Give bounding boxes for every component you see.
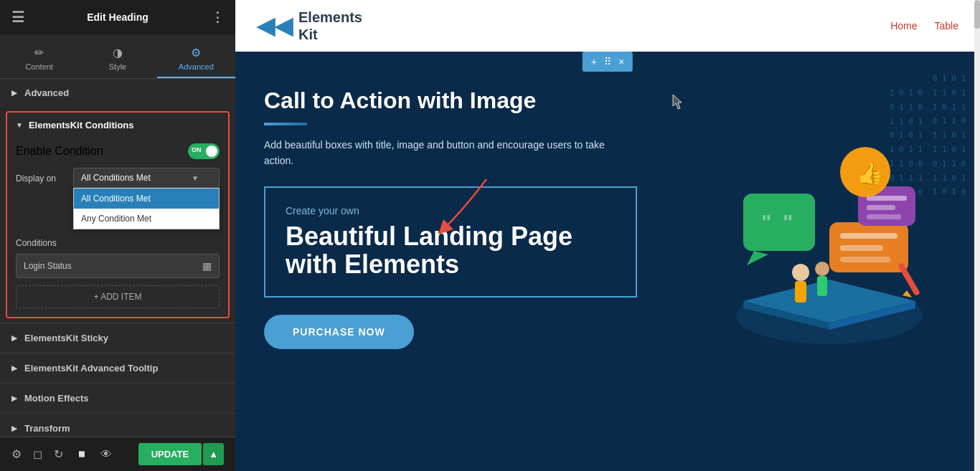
conditions-section: ▼ ElementsKit Conditions Enable Conditio… — [6, 111, 230, 318]
elementskit-sticky-section[interactable]: ▶ ElementsKit Sticky — [0, 323, 235, 353]
enable-condition-toggle[interactable]: ON — [188, 143, 220, 159]
grid-icon[interactable]: ⋮ — [211, 9, 224, 25]
svg-rect-17 — [817, 276, 827, 296]
left-panel: ☰ Edit Heading ⋮ ✏ Content ◑ Style ⚙ Adv… — [0, 0, 235, 471]
display-on-value: All Conditions Met — [81, 173, 151, 183]
settings-icon[interactable]: ⚙ — [11, 447, 22, 461]
advanced-icon: ⚙ — [191, 46, 201, 60]
display-on-label: Display on — [16, 168, 73, 184]
svg-rect-6 — [840, 245, 883, 251]
advanced-section[interactable]: ▶ Advanced — [0, 79, 235, 107]
advanced-section-label: Advanced — [24, 87, 69, 98]
logo-area: ◀◀ Elements Kit — [257, 9, 362, 43]
scrollbar-thumb[interactable] — [974, 0, 980, 29]
transform-arrow-icon: ▶ — [11, 424, 17, 432]
purchase-button[interactable]: PURCHASE NOW — [264, 315, 414, 349]
svg-rect-18 — [897, 262, 920, 296]
svg-rect-1 — [743, 194, 815, 251]
nav-links: Home Table — [890, 20, 958, 32]
tab-style[interactable]: ◑ Style — [78, 40, 156, 78]
logo-icon: ◀◀ — [257, 14, 293, 37]
conditions-label-row: Conditions — [16, 238, 220, 248]
motion-effects-section[interactable]: ▶ Motion Effects — [0, 383, 235, 413]
motion-label: Motion Effects — [24, 393, 89, 404]
svg-text:👍: 👍 — [857, 161, 884, 186]
content-icon: ✏ — [34, 46, 44, 60]
sticky-arrow-icon: ▶ — [11, 334, 17, 342]
toolbar-plus-icon: + — [591, 56, 597, 67]
svg-point-16 — [815, 262, 829, 276]
update-button[interactable]: UPDATE — [138, 443, 202, 465]
transform-label: Transform — [24, 423, 70, 434]
landing-box: Create your own Beautiful Landing Pagewi… — [264, 186, 637, 298]
bottom-bar: ⚙ ◻ ↻ ◽ 👁 UPDATE ▲ — [0, 437, 235, 471]
tab-content[interactable]: ✏ Content — [0, 40, 78, 78]
enable-condition-row: Enable Condition ON — [16, 143, 220, 159]
right-scrollbar[interactable] — [974, 0, 980, 471]
hero-divider — [264, 123, 307, 125]
toolbar-close-button[interactable]: × — [616, 54, 627, 69]
sticky-label: ElementsKit Sticky — [24, 333, 108, 343]
update-arrow-button[interactable]: ▲ — [203, 443, 224, 465]
svg-rect-5 — [840, 233, 897, 239]
motion-arrow-icon: ▶ — [11, 394, 17, 402]
nav-home[interactable]: Home — [890, 20, 917, 32]
svg-rect-15 — [795, 281, 806, 303]
dropdown-list: All Conditions Met Any Condition Met — [73, 188, 220, 229]
svg-rect-9 — [867, 196, 907, 201]
style-icon: ◑ — [113, 46, 123, 60]
display-on-select-wrapper: All Conditions Met ▼ All Conditions Met … — [73, 168, 220, 188]
copy-icon[interactable]: ▦ — [202, 260, 212, 272]
hero-description: Add beautiful boxes with title, image an… — [264, 137, 608, 169]
svg-text:": " — [761, 210, 771, 234]
display-on-select[interactable]: All Conditions Met ▼ — [73, 168, 220, 188]
section-toolbar: + ⠿ × — [583, 52, 633, 72]
conditions-field-label: Conditions — [16, 238, 73, 248]
add-item-label: + ADD ITEM — [93, 292, 141, 302]
conditions-header[interactable]: ▼ ElementsKit Conditions — [7, 113, 228, 138]
tab-bar: ✏ Content ◑ Style ⚙ Advanced — [0, 34, 235, 79]
dropdown-all-label: All Conditions Met — [81, 194, 151, 204]
tab-advanced-label: Advanced — [179, 62, 214, 71]
menu-icon[interactable]: ☰ — [11, 9, 24, 26]
display-on-control: All Conditions Met ▼ All Conditions Met … — [73, 168, 220, 188]
tab-style-label: Style — [109, 62, 126, 71]
add-item-button[interactable]: + ADD ITEM — [16, 285, 220, 308]
enable-condition-label: Enable Condition — [16, 145, 103, 158]
eye-icon[interactable]: 👁 — [100, 448, 112, 461]
nav-table[interactable]: Table — [935, 20, 958, 32]
dropdown-any-label: Any Condition Met — [81, 214, 151, 224]
advanced-arrow-icon: ▶ — [11, 89, 17, 97]
toolbar-move-button[interactable]: ⠿ — [601, 54, 614, 69]
update-group: UPDATE ▲ — [138, 443, 224, 465]
panel-title: Edit Heading — [87, 11, 149, 23]
conditions-body: Enable Condition ON Display on All Condi… — [7, 138, 228, 317]
elementskit-tooltip-section[interactable]: ▶ ElementsKit Advanced Tooltip — [0, 353, 235, 383]
dropdown-item-all[interactable]: All Conditions Met — [74, 189, 219, 209]
toolbar-plus-button[interactable]: + — [588, 54, 600, 69]
grid-view-icon[interactable]: ◽ — [75, 447, 89, 461]
layers-icon[interactable]: ◻ — [33, 447, 42, 461]
transform-section[interactable]: ▶ Transform — [0, 413, 235, 437]
svg-rect-11 — [867, 214, 901, 219]
preview-area: ◀◀ Elements Kit Home Table + ⠿ × Call to… — [235, 0, 980, 471]
toolbar-move-icon: ⠿ — [604, 56, 611, 67]
bottom-icons: ⚙ ◻ ↻ ◽ 👁 — [11, 447, 112, 461]
panel-body: ▶ Advanced ▼ ElementsKit Conditions Enab… — [0, 79, 235, 437]
tooltip-label: ElementsKit Advanced Tooltip — [24, 363, 158, 374]
landing-small-text: Create your own — [286, 205, 616, 217]
history-icon[interactable]: ↻ — [54, 447, 63, 461]
panel-header: ☰ Edit Heading ⋮ — [0, 0, 235, 34]
dropdown-item-any[interactable]: Any Condition Met — [74, 209, 219, 229]
update-label: UPDATE — [151, 449, 189, 460]
tab-content-label: Content — [25, 62, 53, 71]
hero-illustration: " " 👍 — [686, 65, 958, 366]
display-on-row: Display on All Conditions Met ▼ All Cond… — [16, 168, 220, 188]
conditions-section-label: ElementsKit Conditions — [29, 120, 134, 130]
select-dropdown-arrow-icon: ▼ — [192, 174, 199, 182]
logo-line2: Kit — [298, 26, 362, 43]
login-status-text: Login Status — [24, 261, 202, 271]
logo-line1: Elements — [298, 9, 362, 26]
svg-marker-19 — [903, 290, 912, 298]
tab-advanced[interactable]: ⚙ Advanced — [157, 40, 235, 78]
